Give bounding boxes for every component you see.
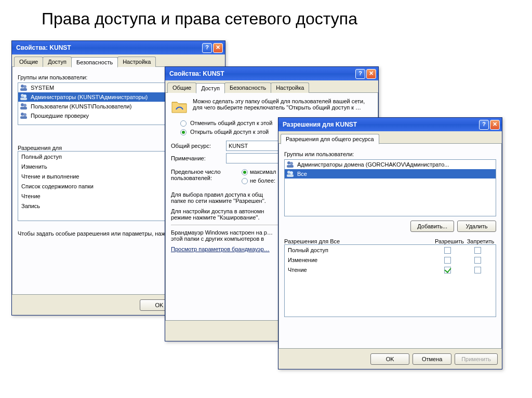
user-limit-label: Предельное число пользователей: xyxy=(171,169,238,181)
window-title: Свойства: KUNST xyxy=(16,44,201,51)
svg-point-10 xyxy=(23,113,26,116)
titlebar[interactable]: Разрешения для KUNST ? ✕ xyxy=(278,118,502,131)
tab-general[interactable]: Общие xyxy=(167,83,196,93)
allow-checkbox[interactable] xyxy=(444,247,451,254)
tab-sharing[interactable]: Доступ xyxy=(43,57,72,67)
svg-point-15 xyxy=(287,171,290,174)
titlebar[interactable]: Свойства: KUNST ? ✕ xyxy=(165,67,378,80)
svg-point-3 xyxy=(21,94,24,97)
window-title: Свойства: KUNST xyxy=(169,70,354,77)
shared-folder-icon xyxy=(171,98,188,115)
svg-point-12 xyxy=(287,161,290,164)
tab-security[interactable]: Безопасность xyxy=(71,57,118,67)
close-button[interactable]: ✕ xyxy=(366,69,376,79)
allow-header: Разрешить xyxy=(434,238,465,244)
group-icon xyxy=(286,170,295,178)
deny-checkbox[interactable] xyxy=(474,257,481,264)
permissions-for-label: Разрешения для xyxy=(18,145,188,151)
svg-rect-8 xyxy=(20,107,27,109)
comment-label: Примечание: xyxy=(171,155,223,161)
radio-max-users[interactable] xyxy=(242,169,248,175)
deny-checkbox[interactable] xyxy=(474,267,481,273)
svg-point-9 xyxy=(21,113,24,116)
list-item: Все xyxy=(285,169,496,179)
group-icon xyxy=(20,93,28,101)
group-icon xyxy=(286,160,295,169)
close-button[interactable]: ✕ xyxy=(490,120,500,130)
svg-point-4 xyxy=(23,94,26,98)
svg-rect-11 xyxy=(20,116,27,119)
page-title: Права доступа и права сетевого доступа xyxy=(0,0,532,29)
tab-general[interactable]: Общие xyxy=(14,57,43,67)
deny-checkbox[interactable] xyxy=(474,247,481,254)
tab-security[interactable]: Безопасность xyxy=(224,83,271,93)
permissions-list: Полный доступ Изменение Чтение xyxy=(284,244,496,317)
group-icon xyxy=(20,102,28,111)
group-icon xyxy=(20,84,28,92)
svg-point-13 xyxy=(290,162,293,165)
deny-header: Запретить xyxy=(465,238,496,244)
group-icon xyxy=(20,112,28,120)
permissions-for-label: Разрешения для Все xyxy=(284,238,434,244)
svg-rect-17 xyxy=(287,174,294,177)
radio-cancel-share[interactable] xyxy=(180,120,187,127)
remove-button[interactable]: Удалить xyxy=(457,221,496,232)
allow-checkbox[interactable] xyxy=(444,257,451,264)
svg-rect-5 xyxy=(20,98,27,100)
svg-point-1 xyxy=(23,85,26,88)
groups-label: Группы или пользователи: xyxy=(284,151,496,157)
ok-button[interactable]: OK xyxy=(370,353,409,365)
share-permissions-window: Разрешения для KUNST ? ✕ Разрешения для … xyxy=(278,117,502,369)
help-button[interactable]: ? xyxy=(355,69,365,79)
share-name-label: Общий ресурс: xyxy=(171,143,223,149)
radio-limit-users[interactable] xyxy=(242,178,248,184)
info-text: Можно сделать эту папку общей для пользо… xyxy=(193,98,373,111)
tab-settings[interactable]: Настройка xyxy=(117,57,156,67)
tab-strip: Общие Доступ Безопасность Настройка xyxy=(12,54,225,67)
cancel-button[interactable]: Отмена xyxy=(413,353,451,365)
help-button[interactable]: ? xyxy=(479,120,489,130)
svg-rect-2 xyxy=(20,88,27,91)
groups-listbox[interactable]: Администраторы домена (GORCHAKOV\Админис… xyxy=(284,159,496,216)
add-button[interactable]: Добавить... xyxy=(410,221,454,232)
apply-button[interactable]: Применить xyxy=(455,353,498,365)
allow-checkbox[interactable] xyxy=(444,267,451,273)
close-button[interactable]: ✕ xyxy=(213,43,223,53)
list-item: Администраторы домена (GORCHAKOV\Админис… xyxy=(285,160,496,169)
svg-point-0 xyxy=(21,85,24,88)
tab-share-permissions[interactable]: Разрешения для общего ресурса xyxy=(281,134,379,144)
svg-point-16 xyxy=(290,171,293,174)
tab-settings[interactable]: Настройка xyxy=(271,83,309,93)
svg-rect-14 xyxy=(287,165,294,168)
window-title: Разрешения для KUNST xyxy=(283,121,478,128)
svg-point-6 xyxy=(21,103,24,106)
tab-sharing[interactable]: Доступ xyxy=(196,83,225,93)
radio-open-share[interactable] xyxy=(180,129,187,135)
svg-point-7 xyxy=(23,104,26,107)
help-button[interactable]: ? xyxy=(202,43,212,53)
titlebar[interactable]: Свойства: KUNST ? ✕ xyxy=(12,41,225,54)
